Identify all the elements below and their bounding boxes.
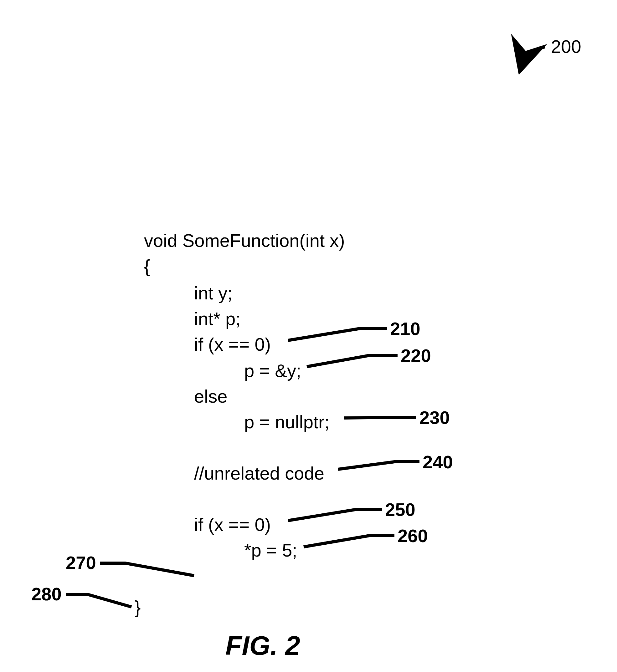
code-close-brace: }: [135, 598, 141, 616]
ref-240: 240: [423, 453, 453, 471]
ref-250: 250: [385, 500, 415, 519]
code-unrelated: //unrelated code: [194, 464, 324, 482]
code-else: else: [194, 387, 227, 405]
code-decl-p: int* p;: [194, 310, 240, 328]
ref-210: 210: [390, 320, 420, 338]
figure-ref-200: 200: [551, 38, 581, 56]
code-decl-y: int y;: [194, 284, 233, 302]
code-if2: if (x == 0): [194, 516, 271, 534]
ref-220: 220: [401, 347, 431, 365]
code-assign-p-y: p = &y;: [244, 362, 301, 380]
ref-280: 280: [31, 585, 62, 603]
code-open-brace: {: [144, 257, 150, 275]
figure-caption: FIG. 2: [225, 632, 300, 659]
diagram-stage: 200 void SomeFunction(int x) { int y; in…: [0, 0, 617, 672]
ref-230: 230: [419, 409, 450, 427]
code-deref-assign: *p = 5;: [244, 541, 297, 559]
ref-270: 270: [66, 554, 96, 572]
code-assign-p-null: p = nullptr;: [244, 413, 329, 431]
code-if1: if (x == 0): [194, 335, 271, 354]
ref-260: 260: [398, 527, 428, 545]
code-signature: void SomeFunction(int x): [144, 232, 345, 250]
